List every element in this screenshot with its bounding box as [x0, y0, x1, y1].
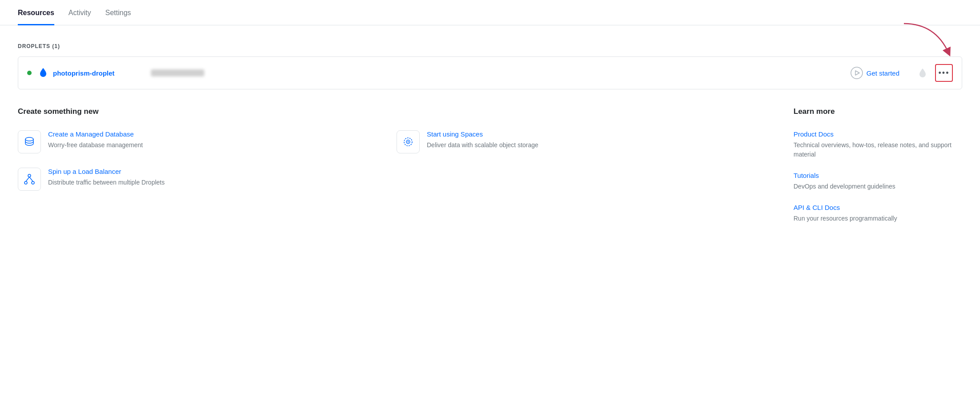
- managed-database-title[interactable]: Create a Managed Database: [48, 130, 143, 138]
- create-section: Create something new Create a Managed Da…: [18, 107, 775, 236]
- svg-line-9: [26, 177, 29, 181]
- learn-api-cli: API & CLI Docs Run your resources progra…: [794, 204, 962, 223]
- svg-point-6: [28, 174, 31, 177]
- tutorials-link[interactable]: Tutorials: [794, 172, 962, 179]
- load-balancer-icon: [18, 168, 41, 191]
- svg-point-0: [851, 67, 863, 79]
- svg-marker-1: [855, 71, 859, 75]
- droplets-section: DROPLETS (1) p: [18, 43, 962, 89]
- main-content: DROPLETS (1) p: [0, 25, 980, 236]
- product-docs-desc: Technical overviews, how-tos, release no…: [794, 141, 962, 159]
- learn-section-title: Learn more: [794, 107, 962, 116]
- three-dots-icon: •••: [939, 68, 950, 78]
- svg-point-7: [24, 181, 27, 184]
- spaces-icon: [397, 130, 420, 153]
- create-spaces[interactable]: Start using Spaces Deliver data with sca…: [397, 130, 757, 153]
- get-started-icon: [850, 67, 863, 79]
- droplet-name[interactable]: photoprism-droplet: [53, 69, 124, 77]
- svg-line-10: [29, 177, 33, 181]
- bottom-sections: Create something new Create a Managed Da…: [18, 107, 962, 236]
- get-started-button[interactable]: Get started: [850, 67, 899, 79]
- get-started-label: Get started: [867, 69, 899, 77]
- tab-activity[interactable]: Activity: [69, 0, 91, 25]
- managed-database-desc: Worry-free database management: [48, 141, 143, 150]
- droplet-row: photoprism-droplet Get started: [18, 56, 962, 89]
- load-balancer-title[interactable]: Spin up a Load Balancer: [48, 168, 165, 175]
- tab-resources[interactable]: Resources: [18, 0, 54, 25]
- database-icon: [18, 130, 41, 153]
- droplet-actions: •••: [917, 64, 953, 82]
- api-cli-desc: Run your resources programmatically: [794, 214, 962, 223]
- managed-database-text: Create a Managed Database Worry-free dat…: [48, 130, 143, 150]
- spaces-desc: Deliver data with scalable object storag…: [427, 141, 539, 150]
- arrow-annotation: [899, 21, 953, 58]
- load-balancer-text: Spin up a Load Balancer Distribute traff…: [48, 168, 165, 187]
- create-items-grid: Create a Managed Database Worry-free dat…: [18, 130, 757, 191]
- droplets-header: DROPLETS (1): [18, 43, 962, 49]
- svg-point-8: [32, 181, 34, 184]
- create-managed-database[interactable]: Create a Managed Database Worry-free dat…: [18, 130, 379, 153]
- create-section-title: Create something new: [18, 107, 757, 116]
- learn-tutorials: Tutorials DevOps and development guideli…: [794, 172, 962, 191]
- tab-settings[interactable]: Settings: [105, 0, 131, 25]
- api-cli-link[interactable]: API & CLI Docs: [794, 204, 962, 211]
- learn-section: Learn more Product Docs Technical overvi…: [775, 107, 962, 236]
- load-balancer-desc: Distribute traffic between multiple Drop…: [48, 178, 165, 187]
- svg-point-2: [25, 137, 33, 141]
- droplet-small-icon: [917, 68, 928, 78]
- create-load-balancer[interactable]: Spin up a Load Balancer Distribute traff…: [18, 168, 379, 191]
- more-actions-button[interactable]: •••: [935, 64, 953, 82]
- learn-product-docs: Product Docs Technical overviews, how-to…: [794, 130, 962, 159]
- droplet-ip: [151, 69, 204, 76]
- droplet-status-indicator: [27, 71, 32, 75]
- tutorials-desc: DevOps and development guidelines: [794, 182, 962, 191]
- product-docs-link[interactable]: Product Docs: [794, 130, 962, 138]
- spaces-title[interactable]: Start using Spaces: [427, 130, 539, 138]
- nav-tabs: Resources Activity Settings: [0, 0, 980, 25]
- droplet-icon: [38, 67, 49, 79]
- svg-point-5: [408, 141, 409, 143]
- spaces-text: Start using Spaces Deliver data with sca…: [427, 130, 539, 150]
